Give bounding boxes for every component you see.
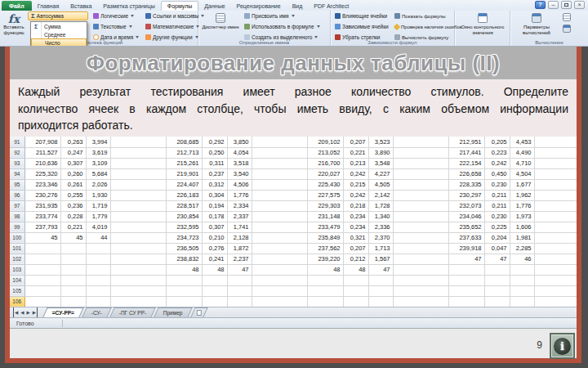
table-cell[interactable]: 1,776 [510, 200, 534, 211]
table-cell[interactable] [110, 179, 166, 190]
table-cell[interactable]: 2,026 [86, 179, 110, 190]
table-cell[interactable]: 4,054 [227, 147, 252, 158]
table-cell[interactable]: 0,215 [343, 179, 368, 190]
table-cell[interactable] [448, 264, 484, 275]
table-cell[interactable]: 47 [368, 264, 393, 275]
table-cell[interactable]: 0,210 [202, 232, 227, 243]
table-cell[interactable]: 4,505 [368, 179, 393, 190]
table-cell[interactable]: 0,225 [484, 222, 510, 232]
ribbon-button[interactable]: Показать формулы [393, 11, 453, 21]
table-cell[interactable]: 210,636 [24, 158, 60, 168]
table-cell[interactable] [534, 211, 577, 222]
ribbon-tab[interactable]: Вставка [65, 1, 97, 11]
table-cell[interactable] [252, 190, 307, 200]
sheet-tab[interactable]: =СУ-РР= [42, 307, 83, 317]
minimize-icon[interactable]: – [548, 1, 559, 9]
table-cell[interactable]: 0,307 [202, 222, 227, 232]
table-cell[interactable] [24, 243, 60, 254]
table-cell[interactable]: 2,142 [368, 190, 393, 200]
table-cell[interactable] [110, 211, 166, 222]
table-cell[interactable]: 4,453 [510, 137, 534, 147]
table-cell[interactable] [202, 275, 227, 285]
table-cell[interactable]: 233,479 [307, 222, 343, 232]
table-cell[interactable] [86, 243, 110, 254]
table-cell[interactable]: 45 [60, 232, 86, 243]
sheet-tab[interactable]: -СУ- [82, 307, 111, 317]
table-cell[interactable] [60, 254, 86, 264]
ribbon-button[interactable]: Ссылки и массивы [144, 11, 198, 21]
table-cell[interactable]: 237,793 [24, 222, 60, 232]
ribbon-button[interactable]: Использовать в формуле [243, 21, 329, 32]
table-cell[interactable]: 0,250 [202, 147, 227, 158]
table-cell[interactable] [60, 264, 86, 275]
table-cell[interactable]: 237,633 [448, 232, 484, 243]
table-cell[interactable]: 212,713 [166, 147, 202, 158]
table-cell[interactable] [534, 222, 577, 232]
row-header[interactable]: 95 [10, 179, 24, 190]
table-cell[interactable]: 209,102 [307, 137, 343, 147]
table-cell[interactable] [110, 296, 166, 307]
table-cell[interactable] [448, 296, 484, 307]
ribbon-button[interactable]: Текстовые [91, 21, 142, 32]
menu-item[interactable]: Среднее [31, 30, 87, 38]
table-cell[interactable] [534, 147, 577, 158]
table-cell[interactable] [343, 285, 368, 296]
table-cell[interactable] [393, 222, 448, 232]
table-cell[interactable]: 0,236 [60, 200, 86, 211]
row-header[interactable]: 94 [10, 168, 24, 179]
table-cell[interactable] [368, 285, 393, 296]
table-cell[interactable]: 0,311 [202, 158, 227, 168]
table-cell[interactable] [307, 285, 343, 296]
prev-sheet-icon[interactable]: ◀ [20, 307, 24, 317]
table-cell[interactable]: 0,221 [60, 222, 86, 232]
table-cell[interactable] [448, 275, 484, 285]
table-cell[interactable]: 225,430 [307, 179, 343, 190]
table-cell[interactable] [110, 158, 166, 168]
file-tab[interactable]: Файл [2, 1, 32, 11]
table-cell[interactable]: 0,211 [484, 190, 510, 200]
table-cell[interactable]: 47 [227, 264, 252, 275]
table-cell[interactable]: 0,276 [202, 243, 227, 254]
table-cell[interactable]: 222,154 [448, 158, 484, 168]
table-cell[interactable]: 1,719 [86, 200, 110, 211]
table-cell[interactable]: 45 [24, 232, 60, 243]
table-cell[interactable] [534, 243, 577, 254]
table-cell[interactable] [252, 168, 307, 179]
row-header[interactable]: 106 [10, 296, 24, 307]
table-cell[interactable]: 0,242 [343, 190, 368, 200]
table-cell[interactable] [368, 296, 393, 307]
table-cell[interactable] [110, 275, 166, 285]
table-cell[interactable]: 228,517 [166, 200, 202, 211]
table-cell[interactable]: 2,334 [227, 200, 252, 211]
table-cell[interactable] [86, 264, 110, 275]
row-header[interactable]: 98 [10, 211, 24, 222]
table-cell[interactable]: 230,854 [166, 211, 202, 222]
table-cell[interactable] [393, 285, 448, 296]
table-cell[interactable]: 234,723 [166, 232, 202, 243]
table-cell[interactable] [393, 179, 448, 190]
table-cell[interactable] [252, 232, 307, 243]
table-cell[interactable]: 1,981 [510, 232, 534, 243]
table-cell[interactable]: 0,292 [202, 137, 227, 147]
table-cell[interactable]: 0,205 [484, 137, 510, 147]
table-cell[interactable]: 0,211 [484, 200, 510, 211]
table-cell[interactable]: 2,370 [368, 232, 393, 243]
table-cell[interactable] [534, 296, 577, 307]
table-cell[interactable]: 3,523 [368, 137, 393, 147]
table-cell[interactable]: 4,506 [227, 179, 252, 190]
table-cell[interactable] [534, 254, 577, 264]
table-cell[interactable]: 2,237 [227, 254, 252, 264]
table-cell[interactable] [60, 296, 86, 307]
table-cell[interactable] [24, 285, 60, 296]
table-cell[interactable]: 226,183 [166, 190, 202, 200]
ribbon-button[interactable]: Влияющие ячейки [333, 11, 390, 21]
table-cell[interactable] [110, 243, 166, 254]
calc-now-button[interactable] [563, 13, 571, 23]
table-cell[interactable]: 1,973 [510, 211, 534, 222]
table-cell[interactable]: 219,901 [166, 168, 202, 179]
table-cell[interactable]: 0,234 [343, 211, 368, 222]
insert-sheet-tab[interactable] [190, 307, 207, 317]
table-cell[interactable] [393, 190, 448, 200]
table-cell[interactable]: 4,019 [86, 222, 110, 232]
table-cell[interactable]: 0,178 [202, 211, 227, 222]
